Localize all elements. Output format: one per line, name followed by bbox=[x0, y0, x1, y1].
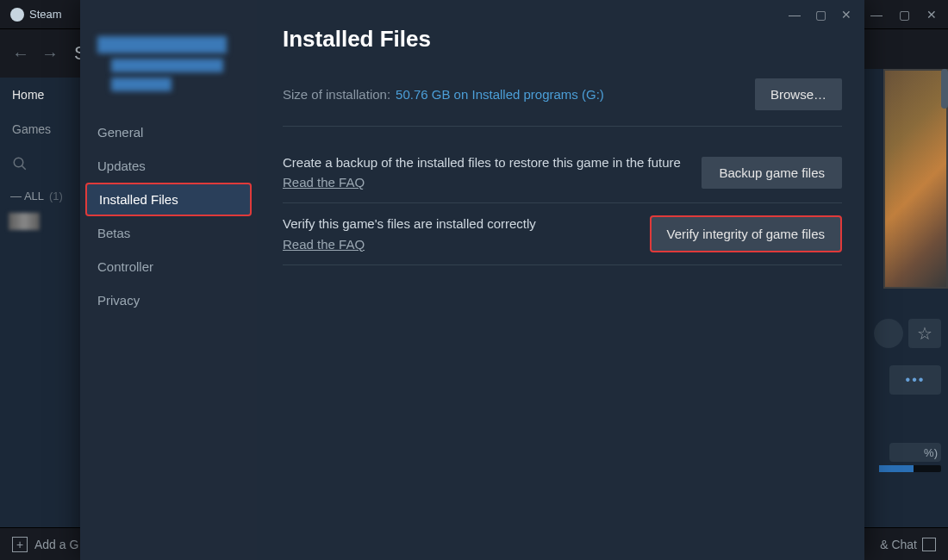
library-all-row[interactable]: — ALL (1) bbox=[0, 181, 80, 210]
browse-button[interactable]: Browse… bbox=[755, 78, 842, 110]
steam-logo-icon bbox=[10, 8, 24, 22]
sidebar-item-updates[interactable]: Updates bbox=[80, 149, 257, 183]
dialog-sidebar: General Updates Installed Files Betas Co… bbox=[80, 0, 257, 560]
app-name: Steam bbox=[29, 8, 62, 21]
game-properties-dialog: — ▢ ✕ General Updates Installed Files Be… bbox=[80, 0, 864, 560]
library-left-column: Home Games — ALL (1) bbox=[0, 78, 80, 527]
verify-description: Verify this game's files are installed c… bbox=[283, 215, 633, 233]
percent-label: %) bbox=[889, 443, 941, 462]
redacted-line bbox=[111, 78, 172, 91]
sidebar-item-privacy[interactable]: Privacy bbox=[80, 283, 257, 317]
progress-bar bbox=[879, 465, 941, 472]
nav-forward-button[interactable]: → bbox=[40, 43, 60, 64]
dialog-game-title bbox=[80, 31, 257, 115]
sidebar-item-installed-files[interactable]: Installed Files bbox=[85, 183, 252, 216]
outer-close-button[interactable]: ✕ bbox=[920, 5, 943, 24]
progress-fill bbox=[879, 465, 914, 472]
tab-games[interactable]: Games bbox=[0, 112, 80, 146]
install-size-row: Size of installation: 50.76 GB on Instal… bbox=[283, 78, 842, 127]
page-title: Installed Files bbox=[283, 26, 842, 53]
backup-section: Create a backup of the installed files t… bbox=[283, 142, 842, 203]
more-button[interactable]: ••• bbox=[889, 365, 941, 395]
nav-back-button[interactable]: ← bbox=[10, 43, 31, 64]
plus-icon[interactable]: + bbox=[12, 537, 28, 552]
steam-brand: Steam bbox=[10, 8, 62, 22]
library-right-panel: ☆ ••• %) bbox=[864, 69, 948, 527]
chat-icon bbox=[922, 538, 936, 551]
size-value-link[interactable]: 50.76 GB on Installed programs (G:) bbox=[396, 87, 604, 102]
verify-section: Verify this game's files are installed c… bbox=[283, 203, 842, 265]
redacted-line bbox=[97, 36, 227, 53]
verify-integrity-button[interactable]: Verify integrity of game files bbox=[650, 215, 842, 252]
info-pill[interactable] bbox=[874, 319, 903, 348]
game-thumbnail bbox=[9, 213, 40, 230]
sidebar-item-controller[interactable]: Controller bbox=[80, 250, 257, 283]
game-hero-art bbox=[883, 69, 948, 289]
dialog-main: Installed Files Size of installation: 50… bbox=[257, 0, 864, 560]
backup-faq-link[interactable]: Read the FAQ bbox=[283, 175, 365, 190]
chat-label: & Chat bbox=[880, 538, 917, 551]
favorite-button[interactable]: ☆ bbox=[908, 319, 941, 348]
library-game-row[interactable] bbox=[0, 210, 80, 233]
dots-icon: ••• bbox=[906, 372, 926, 388]
all-count: (1) bbox=[49, 190, 63, 202]
outer-maximize-button[interactable]: ▢ bbox=[893, 5, 915, 24]
all-label: — ALL bbox=[10, 190, 44, 202]
sidebar-item-general[interactable]: General bbox=[80, 115, 257, 149]
dialog-nav: General Updates Installed Files Betas Co… bbox=[80, 115, 257, 317]
outer-window-controls: — ▢ ✕ bbox=[865, 0, 943, 29]
svg-line-1 bbox=[22, 165, 26, 170]
svg-point-0 bbox=[14, 158, 23, 167]
sidebar-item-betas[interactable]: Betas bbox=[80, 216, 257, 250]
size-label: Size of installation: bbox=[283, 87, 390, 102]
add-game-label[interactable]: Add a G bbox=[34, 538, 78, 551]
redacted-line bbox=[111, 59, 223, 72]
backup-description: Create a backup of the installed files t… bbox=[283, 154, 684, 171]
backup-game-files-button[interactable]: Backup game files bbox=[702, 157, 842, 189]
tab-home[interactable]: Home bbox=[0, 78, 80, 112]
verify-faq-link[interactable]: Read the FAQ bbox=[283, 237, 365, 252]
search-icon[interactable] bbox=[0, 146, 80, 181]
scrollbar-thumb[interactable] bbox=[941, 69, 948, 109]
friends-chat[interactable]: & Chat bbox=[880, 538, 936, 551]
outer-minimize-button[interactable]: — bbox=[865, 5, 888, 24]
star-icon: ☆ bbox=[917, 323, 932, 344]
